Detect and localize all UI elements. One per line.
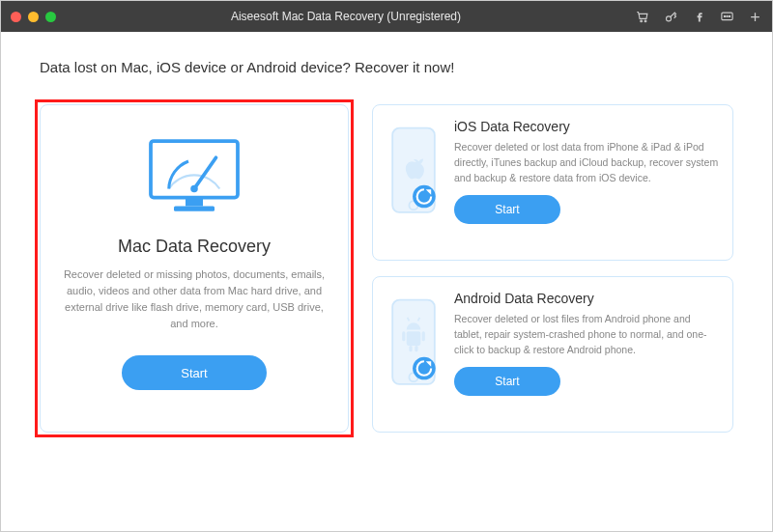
mac-card-desc: Recover deleted or missing photos, docum… xyxy=(62,266,327,332)
ios-card-body: iOS Data Recovery Recover deleted or los… xyxy=(454,119,719,246)
facebook-icon[interactable] xyxy=(692,10,706,24)
ios-card-desc: Recover deleted or lost data from iPhone… xyxy=(454,140,719,185)
svg-rect-21 xyxy=(415,346,417,351)
mac-recovery-card[interactable]: Mac Data Recovery Recover deleted or mis… xyxy=(40,104,349,433)
android-phone-icon xyxy=(386,291,443,418)
svg-point-5 xyxy=(727,15,728,16)
window-title: Aiseesoft Mac Data Recovery (Unregistere… xyxy=(56,10,636,23)
svg-rect-20 xyxy=(409,346,412,351)
svg-point-1 xyxy=(644,20,646,22)
android-start-button[interactable]: Start xyxy=(454,367,560,396)
ios-start-button[interactable]: Start xyxy=(454,195,560,224)
svg-point-11 xyxy=(190,185,198,193)
svg-point-6 xyxy=(729,15,730,16)
feedback-icon[interactable] xyxy=(720,10,734,24)
mac-start-button[interactable]: Start xyxy=(122,355,267,390)
svg-point-0 xyxy=(641,20,643,22)
android-card-title: Android Data Recovery xyxy=(454,291,719,306)
zoom-icon[interactable] xyxy=(45,12,56,22)
window-controls xyxy=(11,12,56,22)
svg-rect-19 xyxy=(422,331,425,341)
monitor-recovery-icon xyxy=(136,132,252,219)
cart-icon[interactable] xyxy=(636,10,650,24)
main-content: Data lost on Mac, iOS device or Android … xyxy=(1,32,772,452)
app-window: Aiseesoft Mac Data Recovery (Unregistere… xyxy=(0,0,773,532)
plus-icon[interactable] xyxy=(748,10,762,24)
mac-card-title: Mac Data Recovery xyxy=(118,237,271,257)
android-card-body: Android Data Recovery Recover deleted or… xyxy=(454,291,719,418)
mac-card-inner: Mac Data Recovery Recover deleted or mis… xyxy=(40,104,349,433)
iphone-icon xyxy=(386,119,443,246)
titlebar: Aiseesoft Mac Data Recovery (Unregistere… xyxy=(1,1,772,32)
svg-rect-8 xyxy=(186,199,203,207)
ios-card-title: iOS Data Recovery xyxy=(454,119,719,134)
close-icon[interactable] xyxy=(11,12,21,22)
svg-line-10 xyxy=(194,157,216,188)
ios-recovery-card[interactable]: iOS Data Recovery Recover deleted or los… xyxy=(372,104,733,261)
android-card-desc: Recover deleted or lost files from Andro… xyxy=(454,312,719,357)
android-recovery-card[interactable]: Android Data Recovery Recover deleted or… xyxy=(372,276,733,433)
titlebar-actions xyxy=(636,10,762,24)
svg-point-4 xyxy=(724,15,725,16)
page-headline: Data lost on Mac, iOS device or Android … xyxy=(40,59,733,75)
minimize-icon[interactable] xyxy=(28,12,39,22)
svg-rect-9 xyxy=(174,207,215,211)
right-column: iOS Data Recovery Recover deleted or los… xyxy=(372,104,733,433)
key-icon[interactable] xyxy=(664,10,678,24)
svg-point-2 xyxy=(667,15,672,20)
svg-rect-18 xyxy=(402,331,405,341)
svg-rect-17 xyxy=(407,331,421,346)
card-row: Mac Data Recovery Recover deleted or mis… xyxy=(40,104,733,433)
